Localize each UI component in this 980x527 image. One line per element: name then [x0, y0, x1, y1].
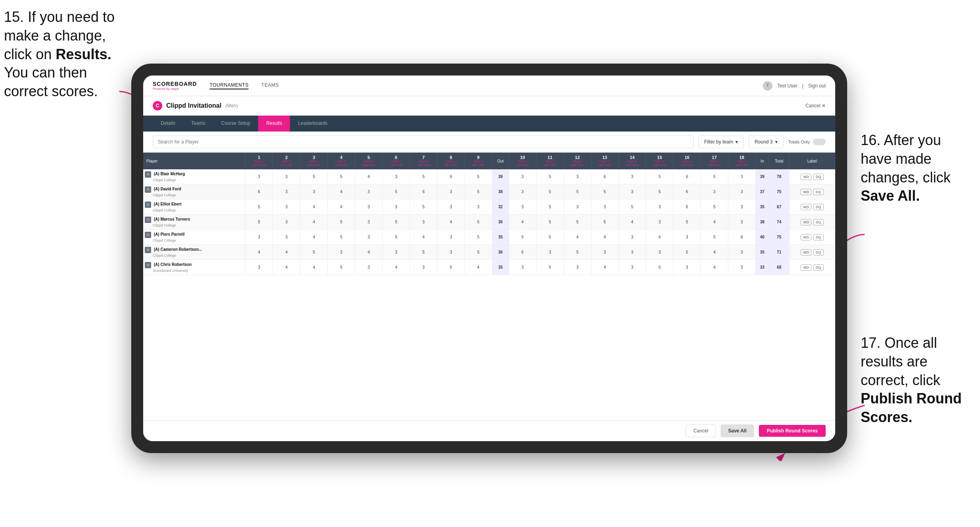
- hole-18-score[interactable]: 3: [728, 169, 756, 184]
- dq-button[interactable]: DQ: [813, 189, 824, 195]
- hole-14-score[interactable]: 3: [618, 184, 646, 200]
- hole-12-score[interactable]: 3: [564, 169, 591, 184]
- hole-7-score[interactable]: 5: [410, 200, 437, 215]
- nav-tournaments[interactable]: TOURNAMENTS: [210, 82, 249, 89]
- hole-16-score[interactable]: 6: [673, 200, 701, 215]
- hole-6-score[interactable]: 5: [382, 230, 410, 245]
- hole-5-score[interactable]: 3: [355, 215, 383, 230]
- hole-8-score[interactable]: 3: [437, 230, 465, 245]
- round-select-button[interactable]: Round 3 ▾: [749, 136, 783, 148]
- hole-13-score[interactable]: 5: [591, 215, 618, 230]
- hole-7-score[interactable]: 5: [410, 245, 437, 260]
- hole-13-score[interactable]: 3: [591, 200, 618, 215]
- hole-14-score[interactable]: 3: [618, 245, 646, 260]
- totals-only-toggle[interactable]: [813, 139, 826, 145]
- hole-13-score[interactable]: 3: [591, 245, 618, 260]
- hole-12-score[interactable]: 3: [564, 200, 591, 215]
- hole-6-score[interactable]: 3: [382, 200, 410, 215]
- wd-button[interactable]: WD: [801, 174, 811, 180]
- hole-9-score[interactable]: 5: [465, 184, 492, 200]
- hole-8-score[interactable]: 3: [437, 184, 465, 200]
- hole-3-score[interactable]: 5: [300, 245, 328, 260]
- hole-18-score[interactable]: 3: [728, 215, 756, 230]
- hole-4-score[interactable]: 5: [328, 230, 355, 245]
- hole-9-score[interactable]: 4: [465, 260, 492, 275]
- hole-6-score[interactable]: 5: [382, 215, 410, 230]
- cancel-button[interactable]: Cancel: [686, 424, 716, 437]
- hole-8-score[interactable]: 4: [437, 215, 465, 230]
- hole-10-score[interactable]: 3: [509, 184, 536, 200]
- hole-9-score[interactable]: 5: [465, 245, 492, 260]
- hole-3-score[interactable]: 4: [300, 215, 328, 230]
- hole-6-score[interactable]: 5: [382, 184, 410, 200]
- hole-10-score[interactable]: 4: [509, 215, 536, 230]
- hole-17-score[interactable]: 4: [701, 260, 728, 275]
- hole-1-score[interactable]: 3: [245, 260, 273, 275]
- hole-6-score[interactable]: 3: [382, 245, 410, 260]
- hole-17-score[interactable]: 5: [701, 169, 728, 184]
- hole-13-score[interactable]: 4: [591, 230, 618, 245]
- hole-12-score[interactable]: 3: [564, 260, 591, 275]
- hole-1-score[interactable]: 3: [245, 230, 273, 245]
- hole-7-score[interactable]: 3: [410, 260, 437, 275]
- hole-4-score[interactable]: 4: [328, 184, 355, 200]
- filter-team-button[interactable]: Filter by team ▾: [698, 136, 744, 148]
- hole-6-score[interactable]: 3: [382, 169, 410, 184]
- hole-3-score[interactable]: 4: [300, 260, 328, 275]
- hole-7-score[interactable]: 6: [410, 184, 437, 200]
- hole-12-score[interactable]: 5: [564, 184, 591, 200]
- hole-3-score[interactable]: 5: [300, 169, 328, 184]
- hole-14-score[interactable]: 4: [618, 215, 646, 230]
- hole-1-score[interactable]: 5: [245, 215, 273, 230]
- hole-9-score[interactable]: 5: [465, 169, 492, 184]
- hole-15-score[interactable]: 3: [646, 245, 673, 260]
- hole-4-score[interactable]: 5: [328, 215, 355, 230]
- hole-14-score[interactable]: 5: [618, 200, 646, 215]
- hole-12-score[interactable]: 5: [564, 215, 591, 230]
- hole-4-score[interactable]: 5: [328, 169, 355, 184]
- hole-17-score[interactable]: 3: [701, 184, 728, 200]
- hole-1-score[interactable]: 6: [245, 184, 273, 200]
- hole-2-score[interactable]: 3: [273, 169, 300, 184]
- hole-8-score[interactable]: 6: [437, 169, 465, 184]
- hole-6-score[interactable]: 4: [382, 260, 410, 275]
- dq-button[interactable]: DQ: [813, 219, 824, 225]
- hole-13-score[interactable]: 6: [591, 169, 618, 184]
- wd-button[interactable]: WD: [801, 264, 811, 271]
- hole-15-score[interactable]: 5: [646, 260, 673, 275]
- hole-10-score[interactable]: 3: [509, 260, 536, 275]
- hole-15-score[interactable]: 5: [646, 184, 673, 200]
- hole-13-score[interactable]: 5: [591, 184, 618, 200]
- hole-2-score[interactable]: 3: [273, 215, 300, 230]
- hole-5-score[interactable]: 4: [355, 245, 383, 260]
- hole-8-score[interactable]: 5: [437, 260, 465, 275]
- hole-7-score[interactable]: 3: [410, 215, 437, 230]
- hole-1-score[interactable]: 4: [245, 245, 273, 260]
- hole-4-score[interactable]: 5: [328, 260, 355, 275]
- hole-5-score[interactable]: 4: [355, 169, 383, 184]
- hole-10-score[interactable]: 6: [509, 245, 536, 260]
- dq-button[interactable]: DQ: [813, 174, 824, 180]
- hole-11-score[interactable]: 5: [536, 169, 564, 184]
- hole-4-score[interactable]: 3: [328, 245, 355, 260]
- tab-results[interactable]: Results: [258, 116, 290, 132]
- hole-18-score[interactable]: 6: [728, 230, 756, 245]
- hole-2-score[interactable]: 3: [273, 184, 300, 200]
- hole-7-score[interactable]: 5: [410, 169, 437, 184]
- save-all-button[interactable]: Save All: [721, 424, 754, 437]
- hole-11-score[interactable]: 3: [536, 245, 564, 260]
- hole-2-score[interactable]: 4: [273, 245, 300, 260]
- hole-18-score[interactable]: 3: [728, 260, 756, 275]
- cancel-tournament-button[interactable]: Cancel ✕: [805, 103, 826, 108]
- hole-15-score[interactable]: 4: [646, 230, 673, 245]
- hole-9-score[interactable]: 5: [465, 215, 492, 230]
- dq-button[interactable]: DQ: [813, 204, 824, 210]
- hole-5-score[interactable]: 3: [355, 200, 383, 215]
- hole-11-score[interactable]: 5: [536, 200, 564, 215]
- sign-out-link[interactable]: Sign out: [808, 83, 826, 89]
- hole-17-score[interactable]: 4: [701, 245, 728, 260]
- hole-2-score[interactable]: 3: [273, 230, 300, 245]
- hole-9-score[interactable]: 5: [465, 230, 492, 245]
- hole-10-score[interactable]: 3: [509, 200, 536, 215]
- hole-15-score[interactable]: 3: [646, 215, 673, 230]
